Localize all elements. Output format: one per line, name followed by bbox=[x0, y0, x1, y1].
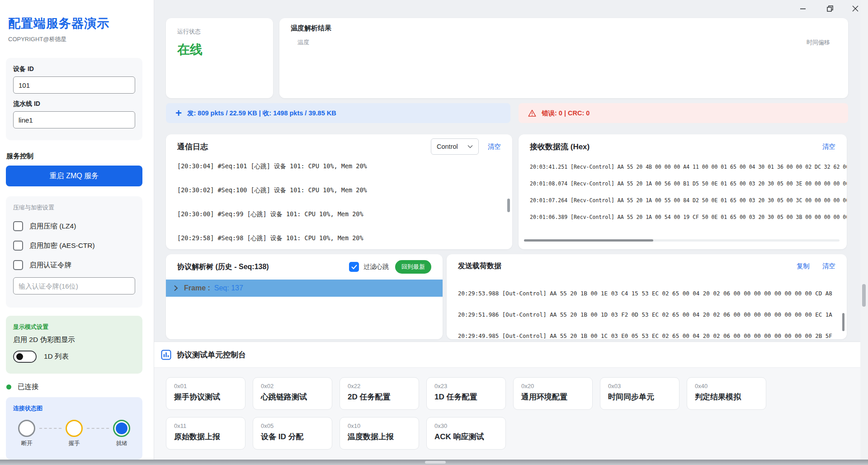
payload-line: 20:29:49.985 [Out-Control] AA 55 20 1B 0… bbox=[458, 325, 835, 339]
protocol-code: 0x22 bbox=[348, 383, 411, 389]
pipeline-id-label: 流水线 ID bbox=[13, 100, 135, 108]
restore-button[interactable] bbox=[822, 2, 838, 15]
protocol-test-console: 协议测试单元控制台 0x01 握手协议测试 0x02 心跳链路测试 0x22 2… bbox=[154, 342, 868, 460]
stepper-connector bbox=[39, 428, 61, 429]
protocol-card-title: 原始数据上报 bbox=[174, 432, 237, 442]
device-id-label: 设备 ID bbox=[13, 65, 135, 73]
protocol-card-1d-task[interactable]: 0x23 1D 任务配置 bbox=[426, 377, 506, 410]
compression-option-row: 启用压缩 (LZ4) bbox=[13, 221, 135, 231]
parse-tree-panel: 协议解析树 (历史 - Seq:138) 过滤心跳 回到最新 Frame : S… bbox=[166, 254, 443, 339]
protocol-code: 0x23 bbox=[434, 383, 498, 389]
protocol-code: 0x30 bbox=[434, 422, 498, 429]
chevron-right-icon bbox=[173, 285, 179, 291]
protocol-card-handshake[interactable]: 0x01 握手协议测试 bbox=[166, 377, 245, 410]
protocol-card-ack-test[interactable]: 0x30 ACK 响应测试 bbox=[426, 417, 506, 450]
send-payload-title: 发送载荷数据 bbox=[458, 261, 797, 271]
send-payload-copy-button[interactable]: 复制 bbox=[797, 262, 810, 270]
step-ready: 就绪 bbox=[109, 420, 134, 447]
traffic-stats-bar: + 发: 809 pkts / 22.59 KB | 收: 1498 pkts … bbox=[166, 103, 510, 123]
minimize-button[interactable] bbox=[795, 2, 811, 15]
protocol-code: 0x02 bbox=[261, 383, 324, 389]
protocol-card-grid: 0x01 握手协议测试 0x02 心跳链路测试 0x22 2D 任务配置 0x2… bbox=[154, 368, 796, 450]
display-mode-toggle[interactable] bbox=[13, 351, 37, 363]
auth-token-input[interactable] bbox=[13, 277, 135, 294]
protocol-card-title: ACK 响应测试 bbox=[434, 432, 498, 442]
frame-tree-row[interactable]: Frame : Seq: 137 bbox=[166, 280, 443, 297]
protocol-card-raw-report[interactable]: 0x11 原始数据上报 bbox=[166, 417, 245, 450]
recv-hscrollbar-thumb[interactable] bbox=[524, 239, 653, 242]
id-settings-card: 设备 ID 流水线 ID bbox=[6, 58, 142, 140]
display-mode-heading: 显示模式设置 bbox=[13, 323, 135, 331]
display-mode-toggle-row: 1D 列表 bbox=[13, 351, 135, 363]
enable-encryption-checkbox[interactable] bbox=[13, 241, 23, 251]
compression-settings-card: 压缩与加密设置 启用压缩 (LZ4) 启用加密 (AES-CTR) 启用认证令牌 bbox=[6, 196, 142, 308]
step-handshake-label: 握手 bbox=[69, 440, 80, 447]
connection-status-row: 已连接 bbox=[6, 382, 39, 392]
enable-auth-token-checkbox[interactable] bbox=[13, 260, 23, 270]
page-scrollbar-thumb[interactable] bbox=[862, 284, 866, 307]
protocol-card-device-id[interactable]: 0x05 设备 ID 分配 bbox=[253, 417, 332, 450]
back-to-latest-button[interactable]: 回到最新 bbox=[395, 260, 431, 274]
encryption-option-row: 启用加密 (AES-CTR) bbox=[13, 241, 135, 251]
comm-log-title: 通信日志 bbox=[177, 142, 431, 152]
payload-line: 20:29:51.986 [Out-Control] AA 55 20 1B 0… bbox=[458, 304, 835, 325]
send-payload-scrollbar[interactable] bbox=[842, 313, 844, 331]
run-status-value: 在线 bbox=[177, 41, 262, 58]
enable-compression-checkbox[interactable] bbox=[13, 221, 23, 231]
hex-line: 20:01:07.264 [Recv-Control] AA 55 20 1A … bbox=[530, 192, 835, 209]
error-stats-text: 错误: 0 | CRC: 0 bbox=[542, 109, 590, 118]
protocol-card-title: 时间同步单元 bbox=[608, 392, 671, 402]
compression-heading: 压缩与加密设置 bbox=[13, 204, 135, 212]
bar-chart-icon bbox=[161, 350, 171, 360]
minimize-icon bbox=[799, 5, 807, 12]
pipeline-id-input[interactable] bbox=[13, 111, 135, 128]
step-handshake-circle-icon bbox=[66, 420, 83, 437]
restart-zmq-button[interactable]: 重启 ZMQ 服务 bbox=[6, 166, 142, 186]
protocol-card-heartbeat[interactable]: 0x02 心跳链路测试 bbox=[253, 377, 332, 410]
protocol-card-2d-task[interactable]: 0x22 2D 任务配置 bbox=[340, 377, 419, 410]
auth-token-option-row: 启用认证令牌 bbox=[13, 260, 135, 270]
chevron-down-icon bbox=[467, 145, 473, 148]
stepper-connector bbox=[87, 428, 109, 429]
protocol-code: 0x20 bbox=[521, 383, 585, 389]
log-filter-select[interactable]: Control bbox=[431, 138, 479, 155]
send-payload-panel: 发送载荷数据 复制 清空 20:29:55.989 [Out-Control] … bbox=[447, 254, 847, 339]
temperature-series-label: 温度 bbox=[297, 38, 309, 47]
device-id-input[interactable] bbox=[13, 76, 135, 94]
app-window: 配置端服务器演示 COPYRIGHT@桥德星 设备 ID 流水线 ID 服务控制… bbox=[0, 0, 868, 465]
connected-dot-icon bbox=[6, 384, 11, 389]
protocol-card-temp-report[interactable]: 0x10 温度数据上报 bbox=[340, 417, 419, 450]
plus-icon: + bbox=[175, 108, 182, 119]
service-control-heading: 服务控制 bbox=[6, 152, 33, 161]
toggle-knob bbox=[16, 353, 23, 360]
protocol-card-time-sync[interactable]: 0x03 时间同步单元 bbox=[600, 377, 679, 410]
recv-stream-clear-button[interactable]: 清空 bbox=[822, 142, 835, 151]
filter-heartbeat-label: 过滤心跳 bbox=[363, 263, 389, 271]
protocol-card-title: 心跳链路测试 bbox=[261, 392, 324, 402]
comm-log-scrollbar[interactable] bbox=[507, 199, 510, 212]
protocol-code: 0x05 bbox=[261, 422, 324, 429]
recv-stream-content: 20:03:41.251 [Recv-Control] AA 55 20 4B … bbox=[519, 159, 847, 244]
protocol-card-title: 1D 任务配置 bbox=[434, 392, 498, 402]
protocol-card-env-config[interactable]: 0x20 通用环境配置 bbox=[513, 377, 593, 410]
hex-line: 20:01:08.074 [Recv-Control] AA 55 20 1A … bbox=[530, 176, 835, 192]
protocol-code: 0x01 bbox=[174, 383, 237, 389]
app-title: 配置端服务器演示 bbox=[8, 15, 109, 32]
traffic-stats-text: 发: 809 pkts / 22.59 KB | 收: 1498 pkts / … bbox=[187, 109, 336, 118]
comm-log-content: [20:30:04] #Seq:101 [心跳] 设备 101: CPU 10%… bbox=[166, 159, 512, 249]
protocol-code: 0x10 bbox=[348, 422, 411, 429]
protocol-card-title: 设备 ID 分配 bbox=[261, 432, 324, 442]
frame-seq-value: Seq: 137 bbox=[214, 284, 243, 292]
parse-tree-title: 协议解析树 (历史 - Seq:138) bbox=[177, 262, 349, 272]
step-handshake: 握手 bbox=[61, 420, 87, 447]
filter-heartbeat-checkbox[interactable] bbox=[349, 262, 359, 272]
protocol-card-judge-sim[interactable]: 0x40 判定结果模拟 bbox=[687, 377, 766, 410]
connection-stepper: 断开 握手 就绪 bbox=[14, 420, 134, 447]
display-mode-description: 启用 2D 伪彩图显示 bbox=[13, 335, 135, 345]
send-payload-clear-button[interactable]: 清空 bbox=[822, 262, 835, 270]
payload-line: 20:29:55.989 [Out-Control] AA 55 20 1B 0… bbox=[458, 278, 835, 283]
page-scrollbar-track bbox=[860, 0, 868, 460]
protocol-code: 0x40 bbox=[695, 383, 758, 389]
error-stats-bar: 错误: 0 | CRC: 0 bbox=[519, 103, 848, 123]
comm-log-clear-button[interactable]: 清空 bbox=[488, 142, 501, 151]
